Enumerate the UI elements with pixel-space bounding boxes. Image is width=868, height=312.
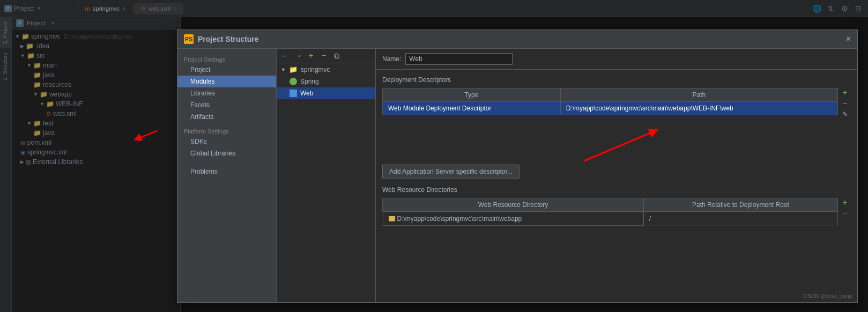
module-label: Spring	[300, 78, 319, 85]
table-edit-button[interactable]: ✎	[840, 109, 850, 119]
remove-module-button[interactable]: −	[318, 51, 329, 61]
modal-title-bar: PS Project Structure ×	[177, 30, 857, 49]
add-module-button[interactable]: +	[306, 51, 316, 61]
nav-item-sdks[interactable]: SDKs	[177, 136, 276, 147]
web-resource-table: Web Resource Directory Path Relative to …	[382, 198, 838, 226]
project-settings-section: Project Settings	[177, 53, 276, 64]
table-row[interactable]: D:\myapp\code\springmvc\src\main\webapp …	[383, 212, 838, 226]
cell-directory: D:\myapp\code\springmvc\src\main\webapp	[383, 212, 643, 226]
web-icon	[290, 90, 297, 97]
expand-arrow: ▼	[281, 67, 286, 72]
modal-right-panel: Name: Deployment Descriptors Type Path	[376, 49, 857, 302]
nav-item-artifacts[interactable]: Artifacts	[177, 111, 276, 123]
modal-title: PS Project Structure	[184, 34, 259, 44]
web-table-add-button[interactable]: +	[840, 198, 850, 207]
web-table-remove-button[interactable]: −	[840, 209, 850, 218]
name-input[interactable]	[405, 53, 513, 65]
project-structure-modal: PS Project Structure × Project Settings …	[177, 29, 858, 303]
web-resource-table-wrapper: Web Resource Directory Path Relative to …	[382, 198, 838, 226]
copy-module-button[interactable]: ⧉	[331, 51, 342, 61]
module-label: springmvc	[301, 66, 330, 73]
module-list: ▼ 📁 springmvc Spring Web	[277, 63, 375, 302]
deployment-descriptors-header: Deployment Descriptors	[382, 76, 851, 84]
deployment-table-wrapper: Type Path Web Module Deployment Descript…	[382, 88, 838, 115]
nav-item-libraries[interactable]: Libraries	[177, 87, 276, 99]
deployment-table: Type Path Web Module Deployment Descript…	[382, 88, 838, 115]
nav-item-project[interactable]: Project	[177, 64, 276, 76]
spacer	[382, 115, 851, 158]
nav-item-facets[interactable]: Facets	[177, 99, 276, 111]
cell-relative-path: /	[643, 212, 837, 226]
module-toolbar: ← → + − ⧉	[277, 49, 375, 63]
modal-title-icon: PS	[184, 34, 194, 44]
module-item-springmvc[interactable]: ▼ 📁 springmvc	[277, 63, 375, 76]
nav-item-modules[interactable]: Modules	[177, 76, 276, 87]
spring-icon	[290, 78, 297, 85]
module-label: Web	[300, 90, 313, 97]
nav-back-button[interactable]: ←	[280, 51, 291, 61]
add-descriptor-button[interactable]: Add Application Server specific descript…	[382, 165, 520, 179]
web-table-side-buttons: + −	[840, 198, 850, 218]
right-content: Deployment Descriptors Type Path	[376, 70, 857, 302]
module-item-web[interactable]: Web	[277, 87, 375, 99]
col-directory-header: Web Resource Directory	[383, 198, 644, 212]
cell-type: Web Module Deployment Descriptor	[383, 102, 561, 115]
table-row[interactable]: Web Module Deployment Descriptor D:\myap…	[383, 102, 838, 115]
col-type-header: Type	[383, 88, 561, 102]
modal-close-button[interactable]: ×	[846, 34, 851, 44]
module-item-spring[interactable]: Spring	[277, 76, 375, 87]
cell-path: D:\myapp\code\springmvc\src\main\webapp\…	[560, 102, 837, 115]
modal-title-text: Project Structure	[198, 35, 259, 43]
name-row: Name:	[376, 49, 857, 70]
nav-forward-button[interactable]: →	[293, 51, 303, 61]
table-add-button[interactable]: +	[840, 88, 850, 98]
web-resources-header: Web Resource Directories	[382, 186, 851, 194]
platform-settings-section: Platform Settings	[177, 123, 276, 136]
col-relative-header: Path Relative to Deployment Root	[643, 198, 837, 212]
col-path-header: Path	[560, 88, 837, 102]
table-side-buttons: + − ✎	[840, 88, 850, 119]
modal-overlay: PS Project Structure × Project Settings …	[0, 0, 868, 312]
folder-icon: 📁	[289, 65, 298, 73]
watermark: CSDN @devp_yang	[804, 293, 852, 299]
table-remove-button[interactable]: −	[840, 99, 850, 108]
modal-middle-panel: ← → + − ⧉ ▼ 📁 springmvc Spring	[277, 49, 376, 302]
name-label: Name:	[382, 55, 401, 63]
nav-item-problems[interactable]: Problems	[177, 166, 276, 177]
modal-left-nav: Project Settings Project Modules Librari…	[177, 49, 277, 302]
nav-item-global-libs[interactable]: Global Libraries	[177, 147, 276, 159]
folder-sm-icon	[389, 216, 395, 221]
modal-body: Project Settings Project Modules Librari…	[177, 49, 857, 302]
